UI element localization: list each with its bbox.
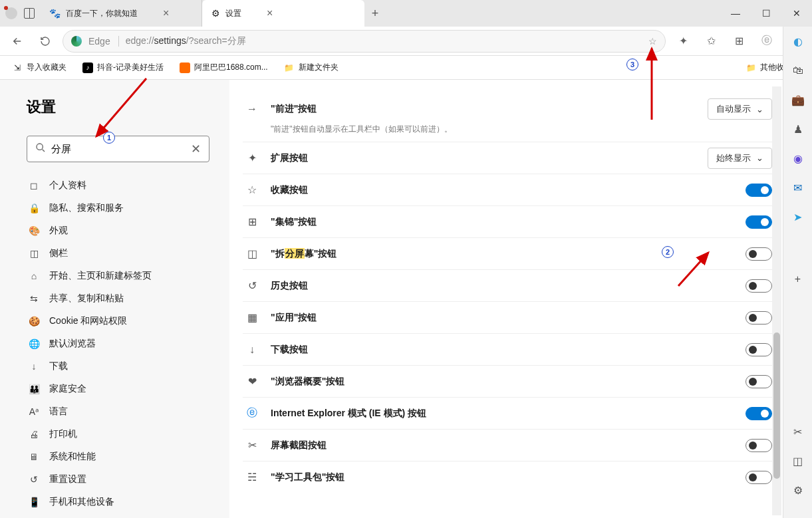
split-icon: ◫ xyxy=(245,247,259,261)
note-icon[interactable]: ◫ xyxy=(790,453,806,469)
setting-ie-mode: ⓔ Internet Explorer 模式 (IE 模式) 按钮 xyxy=(243,397,772,429)
sidebar-item[interactable]: 🔒隐私、搜索和服务 xyxy=(27,197,209,219)
briefcase-icon[interactable]: 💼 xyxy=(790,92,806,108)
sidebar-item[interactable]: ⇆共享、复制和粘贴 xyxy=(27,287,209,310)
nav-label: 重置设置 xyxy=(49,473,86,485)
collections-icon[interactable]: ⊞ xyxy=(728,31,749,52)
chess-icon[interactable]: ♟ xyxy=(790,121,806,137)
scrollbar[interactable] xyxy=(772,86,781,515)
edge-label: Edge xyxy=(88,36,119,47)
titlebar-left xyxy=(0,7,40,19)
scroll-thumb[interactable] xyxy=(773,332,780,479)
nav-label: 家庭安全 xyxy=(49,383,86,395)
back-button[interactable] xyxy=(7,31,28,52)
settings-icon[interactable]: ⚙ xyxy=(790,482,806,498)
nav-label: 默认浏览器 xyxy=(49,338,96,350)
close-button[interactable]: ✕ xyxy=(781,0,812,27)
download-toggle[interactable] xyxy=(745,343,772,356)
sidebar-item[interactable]: ♿辅助功能 xyxy=(27,513,209,518)
toolkit-toggle[interactable] xyxy=(745,471,772,484)
import-favorites[interactable]: ⇲导入收藏夹 xyxy=(12,62,67,73)
maximize-button[interactable]: ☐ xyxy=(751,0,781,27)
refresh-button[interactable] xyxy=(35,31,56,52)
forward-dropdown[interactable]: 自动显示⌄ xyxy=(708,98,772,120)
extensions-icon[interactable]: ✦ xyxy=(672,31,694,52)
sidebar-item[interactable]: 🌐默认浏览器 xyxy=(27,332,209,355)
sidebar-item[interactable]: 📱手机和其他设备 xyxy=(27,491,209,513)
clear-search-icon[interactable]: ✕ xyxy=(191,142,201,156)
sidebar-item[interactable]: ↓下载 xyxy=(27,355,209,378)
ie-mode-icon[interactable]: ⓔ xyxy=(756,31,777,52)
page-title: 设置 xyxy=(27,97,209,117)
favorites-icon[interactable]: ✩ xyxy=(700,31,722,52)
sidebar-item[interactable]: ⌂开始、主页和新建标签页 xyxy=(27,265,209,287)
sidebar-item[interactable]: Aᵃ语言 xyxy=(27,400,209,423)
tab-baidu[interactable]: 🐾 百度一下，你就知道 × xyxy=(40,0,202,27)
apps-icon: ▦ xyxy=(245,311,259,324)
split-toggle[interactable] xyxy=(745,247,772,261)
screenshot-toggle[interactable] xyxy=(745,439,772,452)
sidebar-item[interactable]: ↺重置设置 xyxy=(27,468,209,491)
dropdown-value: 自动显示 xyxy=(716,103,751,115)
search-input[interactable] xyxy=(51,144,191,155)
toolkit-icon: ☵ xyxy=(245,471,259,484)
address-bar[interactable]: Edge edge://settings/?search=分屏 ☆ xyxy=(63,30,666,53)
douyin-label: 抖音-记录美好生活 xyxy=(97,62,164,73)
annotation-badge-3: 3 xyxy=(626,59,638,70)
sidebar-item[interactable]: 🖨打印机 xyxy=(27,423,209,446)
ie-toggle[interactable] xyxy=(745,407,772,420)
copilot-icon[interactable]: ◐ xyxy=(790,33,806,49)
apps-toggle[interactable] xyxy=(745,311,772,324)
sidebar-item[interactable]: ◻个人资料 xyxy=(27,174,209,197)
setting-screenshot: ✂ 屏幕截图按钮 xyxy=(243,429,772,461)
svg-point-0 xyxy=(37,144,43,150)
profile-avatar[interactable] xyxy=(5,7,17,19)
puzzle-icon: ✦ xyxy=(245,152,259,165)
download-icon: ↓ xyxy=(245,343,259,356)
setting-history: ↺ 历史按钮 xyxy=(243,269,772,301)
bookmark-alibaba[interactable]: 阿里巴巴1688.com... xyxy=(180,62,268,73)
outlook-icon[interactable]: ✉ xyxy=(790,180,806,195)
sidebar-item[interactable]: 👪家庭安全 xyxy=(27,378,209,400)
sidebar-item[interactable]: 🍪Cookie 和网站权限 xyxy=(27,310,209,332)
gear-icon: ⚙ xyxy=(211,8,220,19)
favorite-star-icon[interactable]: ☆ xyxy=(648,36,657,47)
ie-icon: ⓔ xyxy=(245,407,259,420)
favorites-toggle[interactable] xyxy=(745,184,772,197)
url-text: edge://settings/?search=分屏 xyxy=(126,35,246,47)
history-icon: ↺ xyxy=(245,279,259,293)
office-icon[interactable]: ◉ xyxy=(790,150,806,166)
bookmark-douyin[interactable]: ♪抖音-记录美好生活 xyxy=(82,62,164,73)
tab-settings[interactable]: ⚙ 设置 × xyxy=(202,0,364,27)
telegram-icon[interactable]: ➤ xyxy=(790,209,806,225)
vertical-tabs-icon[interactable] xyxy=(24,8,35,19)
overview-toggle[interactable] xyxy=(745,375,772,388)
annotation-badge-2: 2 xyxy=(662,246,674,258)
close-icon[interactable]: × xyxy=(267,7,273,19)
toolbar: Edge edge://settings/?search=分屏 ☆ ✦ ✩ ⊞ … xyxy=(0,27,812,56)
close-icon[interactable]: × xyxy=(163,7,169,19)
nav-icon: 🖥 xyxy=(28,451,40,463)
collections-toggle[interactable] xyxy=(745,215,772,229)
new-tab-button[interactable]: + xyxy=(364,3,386,24)
setting-forward: → "前进"按钮 自动显示⌄ xyxy=(243,93,772,125)
nav-label: 隐私、搜索和服务 xyxy=(49,202,124,214)
nav-icon: ↓ xyxy=(28,360,40,372)
minimize-button[interactable]: — xyxy=(720,0,751,27)
extensions-dropdown[interactable]: 始终显示⌄ xyxy=(708,148,772,169)
sidebar-item[interactable]: 🖥系统和性能 xyxy=(27,446,209,468)
snip-icon[interactable]: ✂ xyxy=(790,424,806,440)
search-icon xyxy=(35,142,46,156)
add-sidebar-icon[interactable]: + xyxy=(790,271,806,287)
sidebar-item[interactable]: ◫侧栏 xyxy=(27,242,209,265)
nav-label: Cookie 和网站权限 xyxy=(49,315,127,327)
settings-search[interactable]: ✕ xyxy=(27,136,209,162)
alibaba-icon xyxy=(180,63,190,73)
history-toggle[interactable] xyxy=(745,279,772,293)
bookmark-folder[interactable]: 📁新建文件夹 xyxy=(284,62,338,73)
setting-collections: ⊞ "集锦"按钮 xyxy=(243,205,772,237)
sidebar-item[interactable]: 🎨外观 xyxy=(27,219,209,242)
shopping-icon[interactable]: 🛍 xyxy=(790,63,806,78)
window-controls: — ☐ ✕ xyxy=(720,0,812,27)
nav-label: 外观 xyxy=(49,225,68,237)
